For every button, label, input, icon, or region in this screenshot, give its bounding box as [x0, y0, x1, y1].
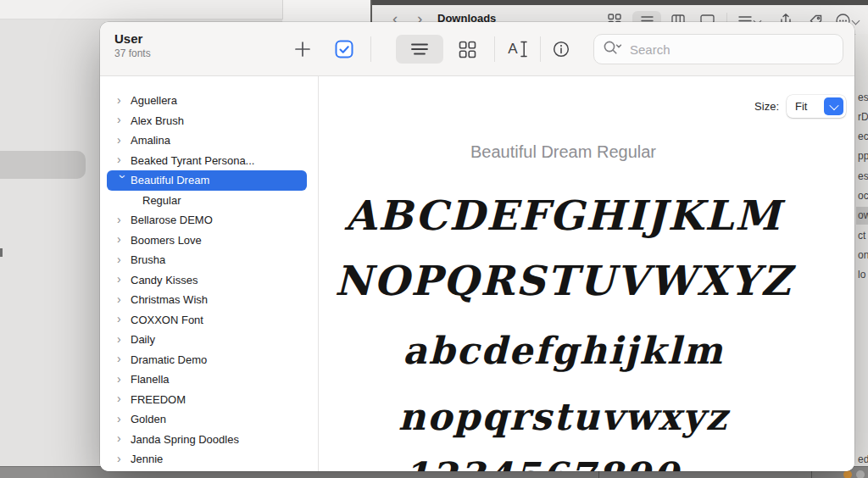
finder-file-list-strip: esrDecppesocowctonloed: [856, 34, 868, 468]
library-header: User 37 fonts: [114, 31, 151, 59]
sidebar-font-flanella[interactable]: ›Flanella: [107, 370, 307, 390]
disclosure-chevron-icon[interactable]: ›: [117, 253, 129, 265]
font-label: Regular: [142, 194, 181, 207]
sample-text-button[interactable]: A: [504, 37, 532, 61]
sidebar-font-amalina[interactable]: ›Amalina: [107, 131, 307, 151]
specimen-row: ABCDEFGHIJKLM: [320, 192, 807, 241]
font-label: COXXON Font: [131, 314, 203, 326]
disclosure-chevron-icon[interactable]: ›: [117, 353, 129, 364]
font-label: Beaked Tyrant Persona...: [131, 154, 254, 167]
font-specimen: Beautiful Dream Regular ABCDEFGHIJKLMNOP…: [320, 76, 807, 471]
finder-file-row-fragment[interactable]: ow: [856, 207, 868, 225]
search-field[interactable]: [593, 34, 843, 64]
disclosure-chevron-icon[interactable]: ›: [117, 453, 129, 464]
fontbook-window: User 37 fonts: [100, 22, 854, 471]
fontbook-toolbar: User 37 fonts: [100, 22, 854, 76]
add-fonts-button[interactable]: [291, 37, 314, 61]
finder-file-row-fragment[interactable]: es: [856, 168, 868, 186]
sidebar-font-daily[interactable]: ›Daily: [107, 330, 307, 350]
sidebar-font-alex-brush[interactable]: ›Alex Brush: [107, 111, 307, 131]
disclosure-chevron-icon[interactable]: ›: [117, 214, 129, 225]
font-preview-pane: Size: Fit Beautiful Dream Regular ABCDEF…: [320, 76, 854, 471]
sidebar-font-aguellera[interactable]: ›Aguellera: [107, 91, 307, 111]
finder-file-row-fragment[interactable]: oc: [856, 187, 868, 205]
background-dock-fragment: [856, 470, 865, 478]
disclosure-chevron-icon[interactable]: ›: [117, 313, 129, 325]
specimen-row: abcdefghijklm: [320, 329, 807, 374]
sidebar-font-golden[interactable]: ›Golden: [107, 409, 307, 430]
validate-checkbox-button[interactable]: [332, 37, 356, 61]
disclosure-chevron-icon[interactable]: ›: [117, 114, 129, 125]
specimen-row: NOPQRSTUVWXYZ: [320, 257, 807, 306]
font-label: Golden: [131, 413, 166, 425]
screen: ‹ › Downloads: [0, 0, 868, 478]
toolbar-separator: [370, 36, 371, 62]
font-label: Jennie: [131, 453, 163, 465]
font-label: Janda Spring Doodles: [131, 433, 239, 446]
sidebar-font-jennie[interactable]: ›Jennie: [107, 449, 307, 470]
sidebar-font-freedom[interactable]: ›FREEDOM: [107, 390, 307, 410]
font-label: Dramatic Demo: [131, 353, 207, 366]
sidebar-style-regular[interactable]: Regular: [107, 191, 307, 211]
disclosure-chevron-icon[interactable]: ›: [117, 153, 129, 165]
size-dropdown-button[interactable]: [824, 97, 843, 115]
sidebar-font-beaked-tyrant-persona[interactable]: ›Beaked Tyrant Persona...: [107, 151, 307, 171]
grid-view-button[interactable]: [455, 37, 479, 61]
sidebar-font-candy-kisses[interactable]: ›Candy Kisses: [107, 270, 307, 291]
sidebar-font-janda-spring-doodles[interactable]: ›Janda Spring Doodles: [107, 430, 307, 450]
finder-file-row-fragment[interactable]: ct: [856, 227, 868, 245]
background-left-selected-item[interactable]: [0, 151, 86, 179]
disclosure-chevron-icon[interactable]: ›: [117, 413, 129, 425]
font-label: Boomers Love: [131, 234, 202, 247]
sidebar-font-coxxon-font[interactable]: ›COXXON Font: [107, 310, 307, 331]
font-label: Bellarose DEMO: [131, 214, 213, 226]
search-input[interactable]: [628, 42, 834, 58]
library-font-count: 37 fonts: [114, 47, 151, 59]
font-label: Brusha: [131, 253, 165, 266]
search-icon: [603, 40, 622, 58]
finder-file-row-fragment[interactable]: lo: [856, 266, 868, 284]
disclosure-chevron-icon[interactable]: ›: [117, 273, 129, 285]
disclosure-chevron-icon[interactable]: ›: [117, 293, 129, 305]
font-label: Beautiful Dream: [131, 174, 209, 186]
font-label: Amalina: [131, 134, 170, 147]
finder-file-row-fragment[interactable]: on: [856, 247, 868, 264]
toolbar-separator: [494, 36, 495, 62]
list-view-button[interactable]: [396, 35, 443, 64]
finder-file-row-fragment[interactable]: es: [856, 89, 868, 107]
finder-file-row-fragment[interactable]: pp: [856, 147, 868, 165]
disclosure-chevron-icon[interactable]: ›: [117, 134, 129, 146]
background-folder-icon: [843, 470, 852, 478]
disclosure-chevron-icon[interactable]: ›: [117, 175, 129, 186]
font-label: FREEDOM: [131, 393, 186, 406]
sidebar-font-dramatic-demo[interactable]: ›Dramatic Demo: [107, 350, 307, 370]
specimen-row: 1234567890...: [320, 454, 807, 471]
finder-file-row-fragment[interactable]: rD: [856, 108, 868, 126]
disclosure-chevron-icon[interactable]: ›: [117, 333, 129, 345]
sidebar-font-boomers-love[interactable]: ›Boomers Love: [107, 231, 307, 251]
background-left-window-toolbar: [0, 0, 283, 19]
font-label: Flanella: [131, 373, 170, 386]
finder-file-row-fragment[interactable]: ec: [856, 128, 868, 146]
font-label: Alex Brush: [131, 114, 184, 127]
chevron-down-icon: [829, 100, 838, 109]
disclosure-chevron-icon[interactable]: ›: [117, 373, 129, 385]
font-label: Daily: [131, 333, 155, 346]
specimen-title: Beautiful Dream Regular: [320, 142, 807, 162]
disclosure-chevron-icon[interactable]: ›: [117, 233, 129, 245]
background-left-item-fragment: [0, 248, 3, 257]
font-label: Aguellera: [131, 94, 177, 107]
toolbar-separator: [540, 36, 541, 62]
disclosure-chevron-icon[interactable]: ›: [117, 392, 129, 404]
sidebar-font-christmas-wish[interactable]: ›Christmas Wish: [107, 290, 307, 310]
font-label: Candy Kisses: [131, 274, 198, 286]
font-label: Christmas Wish: [131, 293, 208, 306]
disclosure-chevron-icon[interactable]: ›: [117, 94, 129, 106]
sidebar-font-brusha[interactable]: ›Brusha: [107, 250, 307, 270]
sidebar-font-bellarose-demo[interactable]: ›Bellarose DEMO: [107, 210, 307, 231]
sidebar-font-beautiful-dream[interactable]: ›Beautiful Dream: [107, 170, 307, 191]
info-button[interactable]: [549, 37, 573, 61]
disclosure-chevron-icon[interactable]: ›: [117, 432, 129, 444]
specimen-row: nopqrstuvwxyz: [320, 395, 807, 440]
library-name: User: [114, 31, 151, 46]
